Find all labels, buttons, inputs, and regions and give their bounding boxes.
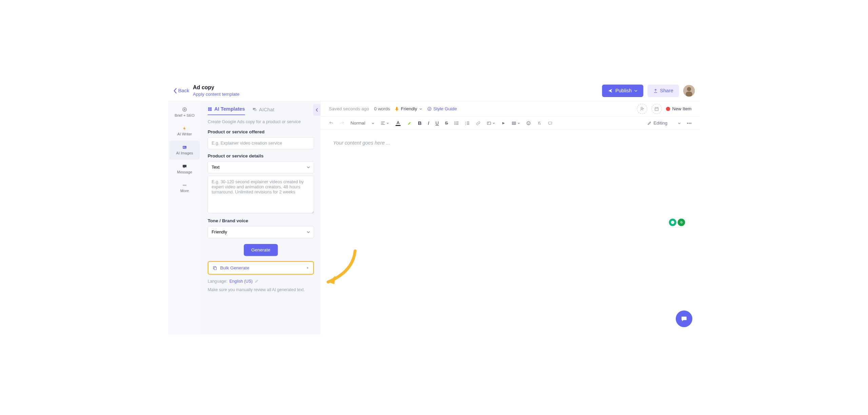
undo-button[interactable] xyxy=(329,121,333,125)
svg-rect-31 xyxy=(512,122,515,125)
svg-rect-14 xyxy=(210,109,212,111)
svg-point-1 xyxy=(687,87,691,91)
language-value[interactable]: English (US) xyxy=(229,279,253,284)
table-button[interactable] xyxy=(512,121,520,125)
page-title: Ad copy xyxy=(193,84,239,91)
list-bullet-icon xyxy=(454,121,459,125)
link-icon xyxy=(476,121,480,125)
tone-selector[interactable]: Friendly xyxy=(395,106,422,112)
svg-point-9 xyxy=(184,185,185,185)
grid-icon xyxy=(208,107,212,111)
more-toolbar-button[interactable] xyxy=(687,122,691,124)
more-icon xyxy=(182,183,187,188)
numbered-list-button[interactable]: 123 xyxy=(465,121,470,125)
underline-button[interactable]: U xyxy=(435,120,439,126)
svg-rect-12 xyxy=(210,107,212,109)
svg-point-34 xyxy=(529,122,529,123)
chevron-down-icon xyxy=(387,122,389,124)
emoji-button[interactable] xyxy=(526,121,531,125)
apply-template-link[interactable]: Apply content template xyxy=(193,92,239,97)
bolt-icon xyxy=(182,126,187,131)
svg-point-8 xyxy=(183,185,183,185)
italic-button[interactable]: I xyxy=(428,120,429,126)
svg-point-20 xyxy=(428,107,431,111)
svg-point-39 xyxy=(671,221,674,224)
chevron-down-icon xyxy=(372,122,375,124)
editing-mode-button[interactable]: Editing xyxy=(647,120,681,126)
svg-text:3: 3 xyxy=(465,124,466,125)
svg-point-30 xyxy=(488,122,489,123)
play-icon xyxy=(501,121,505,125)
tab-label: AI Templates xyxy=(214,106,245,112)
generate-button[interactable]: Generate xyxy=(244,244,278,256)
language-label: Language: xyxy=(208,279,227,284)
image-icon xyxy=(487,121,491,125)
bullet-list-button[interactable] xyxy=(454,121,459,125)
sidebar-item-ai-images[interactable]: AI Images xyxy=(170,141,200,160)
bold-button[interactable]: B xyxy=(418,120,422,126)
chevron-down-icon xyxy=(419,108,422,110)
text-color-button[interactable]: A xyxy=(395,120,401,126)
add-user-button[interactable] xyxy=(637,103,647,114)
pencil-icon xyxy=(647,121,651,125)
chat-widget-button[interactable] xyxy=(676,310,692,327)
share-button[interactable]: Share xyxy=(648,84,679,97)
sidebar-item-message[interactable]: Message xyxy=(168,159,201,178)
product-service-input[interactable] xyxy=(208,137,314,149)
publish-button[interactable]: Publish xyxy=(602,84,644,97)
tool-icon-1[interactable] xyxy=(669,219,676,226)
editing-label: Editing xyxy=(653,120,667,126)
svg-rect-2 xyxy=(686,92,692,97)
editor-toolbar: Normal A B I U S 123 Editing xyxy=(321,117,700,130)
grammarly-icon[interactable]: G xyxy=(677,219,685,226)
bulk-generate-button[interactable]: Bulk Generate xyxy=(208,261,314,275)
svg-rect-16 xyxy=(254,109,257,111)
svg-point-25 xyxy=(454,124,455,125)
redo-button[interactable] xyxy=(340,121,344,125)
sidebar-item-brief-seo[interactable]: Brief + SEO xyxy=(168,103,201,122)
word-count: 0 words xyxy=(374,106,390,112)
comment-icon xyxy=(548,121,552,125)
content-editor[interactable]: Your content goes here ... G xyxy=(321,130,700,335)
image-button[interactable] xyxy=(487,121,495,125)
align-button[interactable] xyxy=(381,121,389,125)
strike-button[interactable]: S xyxy=(445,120,448,126)
tab-ai-templates[interactable]: AI Templates xyxy=(208,106,245,115)
svg-point-3 xyxy=(183,108,186,111)
sidebar-item-ai-writer[interactable]: AI Writer xyxy=(168,122,201,141)
send-icon xyxy=(608,88,613,93)
sidebar-label: AI Writer xyxy=(177,132,192,136)
clear-format-button[interactable] xyxy=(537,121,541,125)
link-button[interactable] xyxy=(476,121,480,125)
field-label: Product or service details xyxy=(208,153,314,159)
svg-rect-35 xyxy=(548,122,552,124)
tab-ai-chat[interactable]: AIChat xyxy=(252,106,274,115)
heading-select[interactable]: Normal xyxy=(351,120,374,126)
tone-select[interactable]: Friendly xyxy=(208,226,314,238)
edit-icon[interactable] xyxy=(255,279,258,283)
video-button[interactable] xyxy=(501,121,505,125)
left-sidebar: Brief + SEO AI Writer AI Images Message … xyxy=(168,101,201,335)
list-number-icon: 123 xyxy=(465,121,470,125)
details-type-select[interactable]: Text xyxy=(208,161,314,173)
tone-label: Friendly xyxy=(401,106,417,112)
chevron-left-icon xyxy=(315,108,318,112)
calendar-button[interactable] xyxy=(651,103,662,114)
calendar-icon xyxy=(654,106,659,111)
check-circle-icon xyxy=(427,107,432,111)
svg-point-23 xyxy=(454,121,455,122)
style-guide-button[interactable]: Style Guide xyxy=(427,106,457,112)
new-item-status[interactable]: New Item xyxy=(666,106,691,112)
sidebar-label: Message xyxy=(177,170,192,174)
upload-icon xyxy=(653,89,658,93)
sidebar-item-more[interactable]: More xyxy=(168,178,201,197)
comment-button[interactable] xyxy=(548,121,552,125)
highlight-button[interactable] xyxy=(407,121,412,125)
svg-rect-29 xyxy=(487,122,491,125)
select-value: Friendly xyxy=(212,229,227,234)
collapse-panel-button[interactable] xyxy=(313,104,321,116)
svg-rect-18 xyxy=(214,267,217,270)
product-details-textarea[interactable] xyxy=(208,176,314,213)
back-button[interactable]: Back xyxy=(173,88,189,94)
user-avatar[interactable] xyxy=(683,85,695,96)
